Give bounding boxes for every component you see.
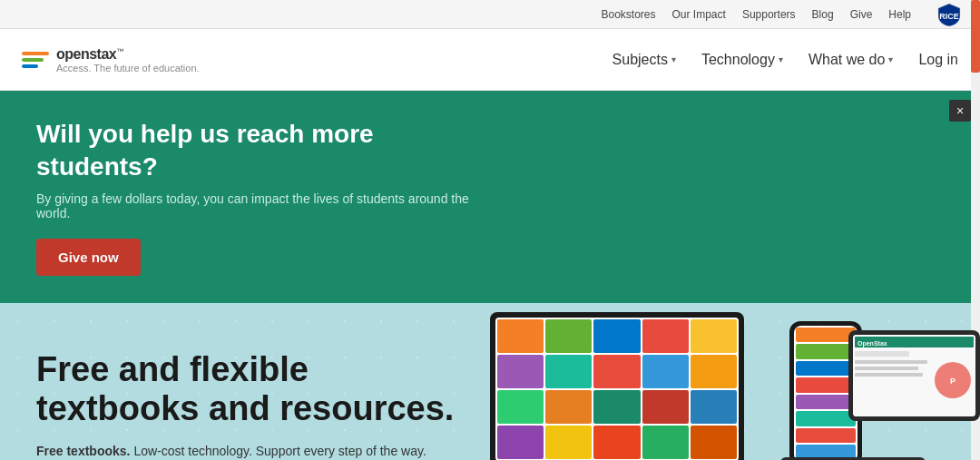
brand-tagline: Access. The future of education. — [56, 63, 200, 73]
logo-line-green — [22, 58, 44, 62]
laptop-screen-inner — [495, 318, 739, 460]
laptop-mockup — [490, 312, 744, 460]
phone-strip — [796, 377, 856, 393]
hero-section: Free and flexible textbooks and resource… — [0, 303, 980, 460]
svg-text:OpenStax: OpenStax — [858, 340, 887, 347]
phone-strip — [796, 344, 856, 359]
svg-rect-5 — [855, 360, 927, 364]
screen-tile — [497, 355, 544, 388]
give-link[interactable]: Give — [850, 8, 873, 21]
what-we-do-chevron-icon: ▾ — [888, 54, 893, 64]
tablet-h-content: OpenStax P — [853, 335, 975, 416]
subjects-chevron-icon: ▾ — [671, 54, 676, 64]
phone-strip — [796, 361, 856, 377]
nav-links: Subjects ▾ Technology ▾ What we do ▾ Log… — [612, 52, 958, 68]
technology-chevron-icon: ▾ — [779, 54, 783, 64]
scrollbar-thumb[interactable] — [971, 0, 980, 73]
svg-rect-6 — [855, 367, 918, 370]
promo-subtitle: By giving a few dollars today, you can i… — [36, 191, 490, 220]
phone-strip — [796, 428, 856, 444]
screen-tile — [545, 426, 592, 459]
nav-subjects[interactable]: Subjects ▾ — [612, 52, 676, 68]
tablet-h-screen: OpenStax P — [853, 335, 975, 416]
screen-tile — [545, 319, 592, 353]
blog-link[interactable]: Blog — [812, 8, 834, 21]
screen-tile — [642, 355, 689, 388]
give-now-button[interactable]: Give now — [36, 239, 141, 276]
rice-logo: RICE — [936, 2, 962, 27]
promo-content: Will you help us reach more students? By… — [36, 118, 490, 276]
nav-login[interactable]: Log in — [918, 52, 958, 68]
close-button[interactable]: × — [949, 100, 971, 122]
brand-text: openstax™ Access. The future of educatio… — [56, 46, 200, 73]
phone-strip — [796, 328, 856, 343]
screen-tile — [642, 319, 689, 353]
svg-rect-7 — [855, 373, 923, 377]
logo-line-blue — [22, 64, 38, 68]
promo-title: Will you help us reach more students? — [36, 118, 490, 184]
hero-image-area: OpenStax P OpenStax — [472, 303, 980, 460]
supporters-link[interactable]: Supporters — [742, 8, 796, 21]
screen-tile — [691, 355, 737, 388]
screen-tile — [593, 426, 640, 459]
brand-logo — [22, 52, 49, 68]
screen-tile — [593, 355, 640, 388]
screen-tile — [691, 390, 737, 424]
main-nav: openstax™ Access. The future of educatio… — [0, 29, 980, 91]
svg-text:P: P — [950, 377, 956, 386]
top-bar-links: Bookstores Our Impact Supporters Blog Gi… — [602, 2, 963, 27]
screen-tile — [593, 390, 640, 424]
promo-banner: Will you help us reach more students? By… — [0, 91, 980, 303]
screen-tile — [642, 390, 689, 424]
brand-name: openstax™ — [56, 46, 200, 63]
tablet-horizontal-mockup: OpenStax P — [848, 330, 980, 421]
devices-container: OpenStax P OpenStax — [472, 303, 980, 460]
logo-line-orange — [22, 52, 49, 55]
our-impact-link[interactable]: Our Impact — [672, 8, 726, 21]
nav-what-we-do[interactable]: What we do ▾ — [808, 52, 893, 68]
screen-tile — [497, 426, 544, 459]
top-bar: Bookstores Our Impact Supporters Blog Gi… — [0, 0, 980, 29]
screen-tile — [642, 426, 689, 459]
brand: openstax™ Access. The future of educatio… — [22, 46, 612, 73]
screen-tile — [691, 319, 737, 353]
phone-strip — [796, 395, 856, 410]
hero-content: Free and flexible textbooks and resource… — [36, 350, 472, 460]
screen-tile — [593, 319, 640, 353]
screen-tile — [545, 355, 592, 388]
svg-text:RICE: RICE — [939, 12, 959, 21]
hero-description: Free textbooks. Low-cost technology. Sup… — [36, 444, 472, 458]
hero-title: Free and flexible textbooks and resource… — [36, 350, 472, 429]
phone-strip — [796, 411, 856, 426]
nav-technology[interactable]: Technology ▾ — [701, 52, 783, 68]
bookstores-link[interactable]: Bookstores — [602, 8, 656, 21]
laptop-screen — [490, 312, 744, 460]
svg-rect-4 — [855, 351, 909, 357]
screen-tile — [497, 319, 544, 353]
screen-tile — [545, 390, 592, 424]
screen-tile — [691, 426, 737, 459]
screen-tile — [497, 390, 544, 424]
rice-shield-icon: RICE — [936, 2, 962, 27]
help-link[interactable]: Help — [888, 8, 911, 21]
